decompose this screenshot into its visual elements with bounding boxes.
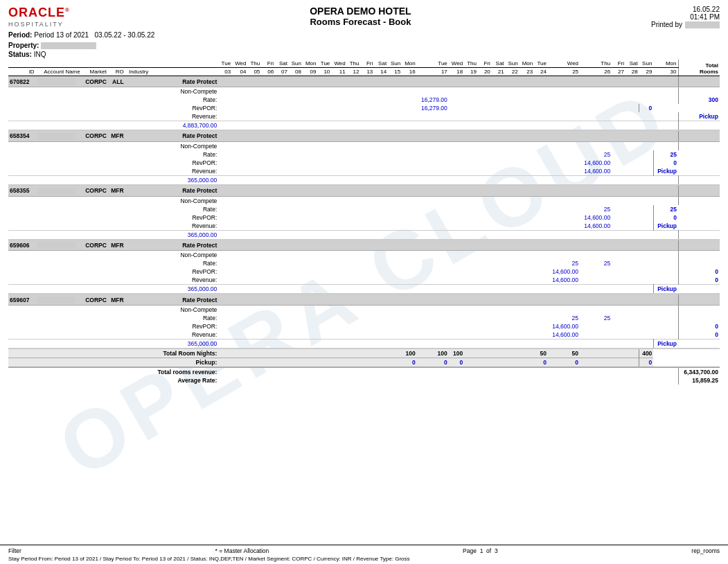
empty-rev-659607 [8, 331, 150, 340]
total-rate-659607 [678, 314, 720, 322]
total-659607 [678, 294, 720, 305]
d28-rate-670822 [625, 96, 639, 104]
footer-bottom: Stay Period From: Period 13 of 2021 / St… [8, 556, 720, 562]
acct-658355 [36, 185, 82, 196]
d17-revpor-670822: 16,279.00 [417, 104, 449, 112]
ind-658354 [125, 130, 150, 141]
revpor-label-658355: RevPOR: [150, 213, 218, 222]
empty-revval-659607 [8, 340, 150, 349]
revenue-value-row-659607: 365,000.00 Pickup [8, 340, 720, 349]
report-name: Rooms Forecast - Book [70, 17, 651, 27]
revpor-row-659607: RevPOR: 14,600.00 0 [8, 322, 720, 331]
d16-rate-670822 [402, 96, 417, 104]
rev-blank2-659607 [580, 331, 678, 340]
ar-blank [218, 376, 678, 385]
empty-trn [8, 349, 150, 358]
day-22: 22 [506, 68, 520, 76]
dow-sat-1: Sat [275, 60, 289, 68]
noncompete-row-658355: Non-Compete [8, 196, 720, 205]
d25-rate-670822 [548, 96, 580, 104]
day-15: 15 [388, 68, 402, 76]
revval-total-658354 [678, 175, 720, 185]
col-market: Market [82, 68, 108, 76]
revenue-value-row-670822: 4,883,700.00 [8, 121, 720, 131]
noncompete-row-658354: Non-Compete [8, 141, 720, 150]
blank-659607 [218, 294, 678, 305]
day-21: 21 [492, 68, 506, 76]
rev-label-670822: Revenue: [150, 112, 218, 121]
d13-rate-670822 [361, 96, 375, 104]
acct-659606 [36, 240, 82, 251]
rev-blank-670822 [218, 112, 678, 121]
property-label: Property: [8, 42, 39, 49]
total-header: TotalRooms [678, 60, 720, 76]
empty-revval-659606 [8, 285, 150, 294]
d11-rate-670822 [331, 96, 346, 104]
id-658354: 658354 [8, 130, 36, 141]
nc-blank-658354 [218, 141, 678, 150]
ro-658355: MFR [108, 185, 125, 196]
rev-blank1-659606 [218, 276, 548, 285]
revenue-value-row-658355: 365,000.00 [8, 230, 720, 240]
dow-sun-2: Sun [388, 60, 402, 68]
printed-by-row: Printed by [651, 21, 720, 28]
revpor-blank2-658355 [612, 213, 653, 222]
section-670822: 670822 CORPC ALL Rate Protect [8, 76, 720, 87]
total-rev-658354: Pickup [653, 167, 678, 176]
day-23: 23 [520, 68, 535, 76]
page-info: Page 1 of 3 [463, 547, 498, 554]
empty-nc-670822 [8, 87, 150, 96]
rate-blank1-659606 [218, 259, 548, 267]
nc-blank-670822 [218, 87, 678, 96]
revval-blank-658354 [218, 175, 678, 185]
nc-blank-659606 [218, 251, 678, 260]
dow-tue-3: Tue [417, 60, 449, 68]
revenue-value-row-658354: 365,000.00 [8, 175, 720, 185]
dow-mon-3: Mon [520, 60, 535, 68]
d26-rev-659606: 14,600.00 [548, 276, 580, 285]
rev-blank1-659607 [218, 331, 548, 340]
empty-nc-659606 [8, 251, 150, 260]
d22-rate-670822 [506, 96, 520, 104]
total-revpor-658354: 0 [653, 159, 678, 167]
total-rev-659607: 0 [678, 331, 720, 340]
total-room-nights-row: Total Room Nights: 100 100 100 50 50 400 [8, 349, 720, 358]
hotel-title: OPERA DEMO HOTEL Rooms Forecast - Book [70, 6, 651, 27]
d23-rate-670822 [520, 96, 535, 104]
empty-rate-659607 [8, 314, 150, 322]
of-label: of [486, 547, 491, 554]
total-658354 [678, 130, 720, 141]
revenue-value-row-659606: 365,000.00 Pickup [8, 285, 720, 294]
total-670822 [678, 76, 720, 87]
blank-659606 [218, 240, 678, 251]
pup-blank2 [464, 358, 534, 368]
revenue-row-658355: Revenue: 14,600.00 Pickup [8, 222, 720, 231]
d08-rate-670822 [289, 96, 303, 104]
col-account: Account Name [36, 68, 82, 76]
revenue-row-670822: Revenue: Pickup [8, 112, 720, 121]
oracle-logo: ORACLE® HOSPITALITY [8, 6, 70, 28]
d12-rate-670822 [347, 96, 361, 104]
empty-rev-670822 [8, 112, 150, 121]
nc-total-670822 [678, 87, 720, 96]
revval-total-659607: Pickup [653, 340, 678, 349]
d17-trn: 100 [402, 349, 417, 358]
rate-label-670822: Rate: [150, 96, 218, 104]
rate-blank2-659607 [612, 314, 678, 322]
d17-rate-670822: 16,279.00 [417, 96, 449, 104]
empty-nc-658355 [8, 196, 150, 205]
rep-label: rep_rooms [691, 547, 720, 554]
rate-label-658354: Rate: [150, 150, 218, 159]
d26-rev-659607: 14,600.00 [548, 331, 580, 340]
mkt-658354: CORPC [82, 130, 108, 141]
filter-label: Filter [8, 547, 21, 554]
trn-blank2 [464, 349, 534, 358]
d27-trn: 50 [548, 349, 580, 358]
day-26: 26 [580, 68, 612, 76]
empty-revpor-659607 [8, 322, 150, 331]
day-12: 12 [347, 68, 361, 76]
dow-fri-1: Fri [261, 60, 275, 68]
rev-blank2-659606 [580, 276, 678, 285]
revval-blank-670822 [218, 121, 678, 131]
day-17: 17 [417, 68, 449, 76]
